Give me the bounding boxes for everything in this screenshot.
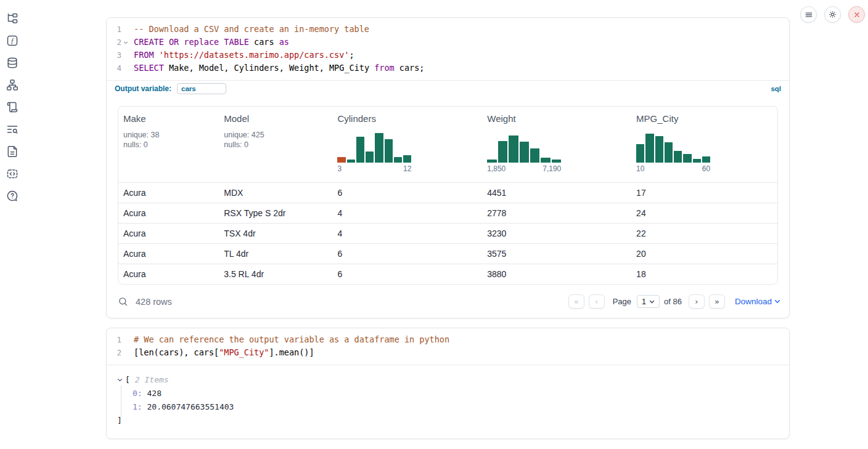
histogram-bar[interactable]: [498, 141, 507, 163]
histogram-axis-labels: 1,8507,190: [487, 164, 561, 173]
table-row[interactable]: AcuraMDX6445117: [118, 182, 777, 203]
histogram-bar[interactable]: [693, 159, 701, 163]
histogram-bar[interactable]: [665, 142, 673, 163]
shutdown-button[interactable]: [848, 6, 865, 23]
column-header-mpg_city[interactable]: MPG_City1060: [631, 107, 777, 182]
code-line[interactable]: 2CREATE OR replace TABLE cars as: [107, 36, 789, 49]
list-search-icon: [6, 123, 18, 136]
code-text: FROM 'https://datasets.marimo.app/cars.c…: [129, 49, 354, 61]
table-cell: 17: [631, 188, 777, 198]
table-row[interactable]: AcuraTSX 4dr4323022: [118, 223, 777, 243]
histogram-bar[interactable]: [394, 157, 402, 163]
histogram-bar[interactable]: [403, 155, 411, 163]
table-row[interactable]: AcuraRSX Type S 2dr4277824: [118, 203, 777, 223]
line-number: 1: [107, 334, 121, 346]
histogram-bar[interactable]: [385, 139, 393, 163]
table-row[interactable]: AcuraTL 4dr6357520: [118, 243, 777, 264]
menu-icon: [805, 10, 813, 19]
close-bracket: ]: [117, 414, 779, 427]
histogram-bar[interactable]: [702, 156, 710, 163]
next-page-button[interactable]: ›: [689, 294, 705, 309]
histogram-bar[interactable]: [509, 136, 518, 163]
help-icon: [6, 190, 18, 202]
code-line[interactable]: 4SELECT Make, Model, Cylinders, Weight, …: [107, 62, 789, 75]
menu-button[interactable]: [800, 6, 817, 23]
column-histogram[interactable]: [487, 133, 561, 163]
histogram-bar[interactable]: [636, 144, 644, 163]
python-cell: 1# We can reference the output variable …: [106, 328, 790, 439]
table-cell: 6: [332, 188, 482, 198]
table-cell: 3.5 RL 4dr: [219, 269, 332, 279]
column-name: Model: [224, 113, 330, 124]
search-icon[interactable]: [118, 296, 128, 307]
settings-button[interactable]: [824, 6, 841, 23]
table-cell: 20: [631, 249, 777, 259]
svg-text:ƒ: ƒ: [10, 37, 14, 45]
close-icon: [853, 11, 861, 18]
histogram-bar[interactable]: [655, 136, 663, 163]
histogram-bar[interactable]: [337, 157, 345, 163]
collapse-caret-icon[interactable]: [117, 378, 123, 382]
column-header-weight[interactable]: Weight1,8507,190: [482, 107, 631, 182]
histogram-bar[interactable]: [347, 160, 355, 163]
table-cell: 24: [631, 208, 777, 218]
sql-cell: 1-- Download a CSV and create an in-memo…: [106, 17, 790, 318]
table-header-row: Makeunique: 38nulls: 0Modelunique: 425nu…: [118, 107, 777, 182]
code-line[interactable]: 1# We can reference the output variable …: [107, 333, 789, 346]
histogram-bar[interactable]: [530, 148, 539, 163]
histogram-bar[interactable]: [375, 133, 383, 163]
code-line[interactable]: 1-- Download a CSV and create an in-memo…: [107, 23, 789, 36]
table-cell: 6: [332, 249, 482, 259]
histogram-bar[interactable]: [645, 134, 653, 163]
sidebar-item-dependency-graph[interactable]: [0, 74, 25, 96]
table-cell: RSX Type S 2dr: [219, 208, 332, 218]
table-cell: 18: [631, 269, 777, 279]
pagination: « ‹ Page 1 of 86 › »: [568, 294, 725, 309]
page-select-value: 1: [642, 297, 646, 306]
column-header-cylinders[interactable]: Cylinders312: [332, 107, 482, 182]
column-histogram[interactable]: [636, 133, 710, 163]
histogram-bar[interactable]: [356, 137, 364, 163]
histogram-bar[interactable]: [541, 158, 550, 163]
last-page-button[interactable]: »: [709, 294, 725, 309]
line-number: 2: [107, 347, 121, 359]
column-header-model[interactable]: Modelunique: 425nulls: 0: [219, 107, 332, 182]
sidebar-item-snippets[interactable]: [0, 163, 25, 185]
histogram-axis-labels: 312: [337, 164, 411, 173]
column-histogram[interactable]: [337, 133, 411, 163]
histogram-bar[interactable]: [487, 160, 496, 163]
table-row[interactable]: Acura3.5 RL 4dr6388018: [118, 264, 777, 284]
sql-code-editor[interactable]: 1-- Download a CSV and create an in-memo…: [107, 18, 789, 80]
sidebar-item-file-explorer[interactable]: [0, 7, 25, 30]
function-icon: ƒ: [6, 34, 18, 47]
histogram-bar[interactable]: [674, 151, 682, 163]
column-header-make[interactable]: Makeunique: 38nulls: 0: [118, 107, 219, 182]
histogram-bar[interactable]: [552, 160, 561, 163]
code-text: CREATE OR replace TABLE cars as: [129, 36, 289, 48]
fold-arrow-icon[interactable]: [121, 36, 129, 48]
sidebar-item-documentation[interactable]: [0, 140, 25, 163]
output-variable-label: Output variable:: [115, 84, 171, 93]
code-line[interactable]: 3FROM 'https://datasets.marimo.app/cars.…: [107, 49, 789, 62]
histogram-bar[interactable]: [366, 152, 374, 163]
prev-page-button[interactable]: ‹: [589, 294, 605, 309]
results-table: Makeunique: 38nulls: 0Modelunique: 425nu…: [118, 106, 778, 285]
sidebar-item-logs[interactable]: [0, 118, 25, 140]
page-select[interactable]: 1: [637, 295, 660, 308]
line-number: 1: [107, 23, 121, 36]
table-cell: Acura: [118, 188, 219, 198]
sidebar-item-datasources[interactable]: [0, 52, 25, 74]
open-bracket: [: [125, 373, 130, 387]
python-code-editor[interactable]: 1# We can reference the output variable …: [107, 328, 789, 365]
histogram-bar[interactable]: [683, 154, 691, 163]
first-page-button[interactable]: «: [568, 294, 584, 309]
language-badge[interactable]: sql: [771, 85, 781, 92]
table-cell: 4: [332, 229, 482, 238]
sidebar-item-outline[interactable]: [0, 96, 25, 118]
histogram-bar[interactable]: [520, 142, 529, 163]
code-line[interactable]: 2[len(cars), cars["MPG_City"].mean()]: [107, 346, 789, 359]
sidebar-item-variables[interactable]: ƒ: [0, 30, 25, 52]
sidebar-item-help[interactable]: [0, 185, 25, 207]
output-variable-input[interactable]: [177, 83, 226, 94]
download-button[interactable]: Download: [735, 297, 780, 306]
